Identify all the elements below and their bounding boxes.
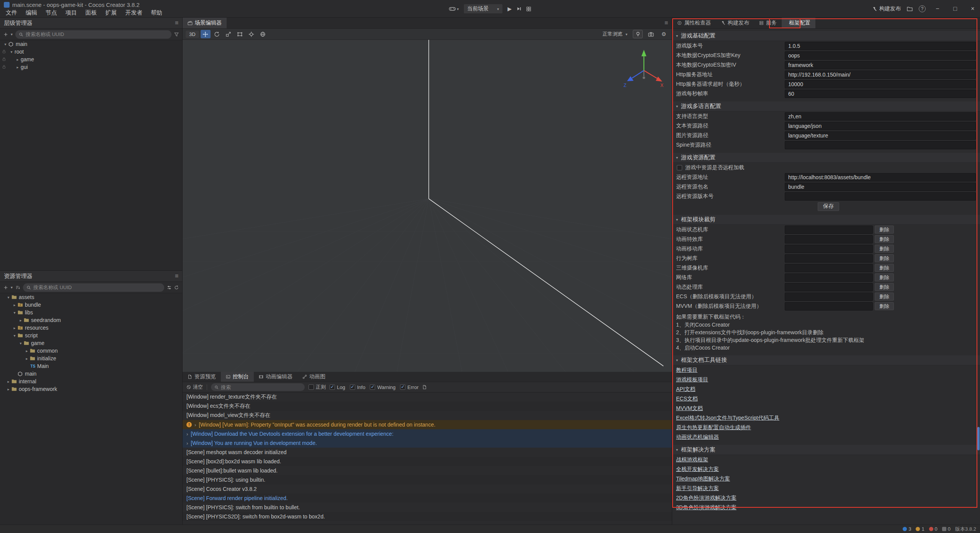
expand-chevron[interactable]: ▾ [2, 42, 8, 46]
console-tab[interactable]: 动画编辑器 [254, 372, 297, 382]
log-row[interactable]: [Scene] Forward render pipeline initiali… [183, 494, 672, 503]
expand-chevron[interactable]: ▸ [5, 379, 11, 384]
regex-checkbox[interactable] [309, 384, 314, 390]
expand-chevron[interactable]: ▾ [11, 334, 18, 338]
section-header-basic[interactable]: ▾ 游戏基础配置 [672, 31, 980, 41]
log-expand-chevron[interactable]: › [186, 431, 188, 437]
error-count[interactable]: 0 [929, 526, 938, 532]
pivot-tool-button[interactable] [247, 30, 256, 38]
field-input[interactable] [785, 131, 976, 140]
expand-chevron[interactable]: ▸ [5, 387, 11, 391]
field-input[interactable] [785, 173, 976, 181]
export-log-button[interactable] [422, 385, 427, 389]
solution-link[interactable]: Tiledmap地图解决方案 [676, 476, 730, 482]
asset-node-row[interactable]: main [0, 370, 182, 378]
log-count[interactable]: 3 [903, 526, 911, 532]
menu-item[interactable]: 面板 [81, 8, 101, 17]
scene-select[interactable]: 当前场景 ▾ [464, 4, 503, 14]
solution-link[interactable]: 战棋游戏框架 [676, 456, 708, 463]
filter-checkbox[interactable] [350, 384, 355, 390]
module-input[interactable] [785, 264, 873, 272]
hierarchy-node-row[interactable]: ▾ root [0, 48, 182, 56]
section-header-docs[interactable]: ▾ 框架文档工具链接 [672, 355, 980, 365]
log-row[interactable]: [Scene] [PHYSICS]: switch from builtin t… [183, 503, 672, 512]
world-space-toggle[interactable] [258, 30, 268, 38]
inspector-tab[interactable]: 框架配置 [782, 18, 815, 28]
assets-search[interactable] [23, 283, 164, 292]
expand-chevron[interactable]: ▸ [24, 356, 30, 361]
log-row[interactable]: [Scene] [PHYSICS2D]: switch from box2d-w… [183, 512, 672, 521]
lock-icon[interactable] [2, 65, 6, 69]
solution-link[interactable]: 全栈开发解决方案 [676, 466, 719, 473]
move-tool-button[interactable] [201, 30, 211, 38]
field-input[interactable] [785, 80, 976, 88]
lock-icon[interactable] [2, 49, 6, 54]
help-button[interactable]: ? [919, 5, 926, 12]
inspector-tab[interactable]: 服务 [754, 18, 782, 28]
delete-button[interactable]: 删除 [875, 264, 894, 272]
console-search[interactable] [211, 383, 305, 391]
solution-link[interactable]: 2D角色扮演游戏解决方案 [676, 495, 737, 502]
asset-node-row[interactable]: ▸ bundle [0, 301, 182, 309]
scene-viewport-canvas[interactable]: X Z [183, 40, 672, 372]
hierarchy-node-row[interactable]: ▾ main [0, 40, 182, 48]
module-input[interactable] [785, 293, 873, 301]
expand-chevron[interactable]: ▸ [24, 349, 30, 353]
expand-chevron[interactable]: ▾ [5, 295, 11, 299]
asset-node-row[interactable]: ▾ script [0, 332, 182, 339]
delete-button[interactable]: 删除 [875, 254, 894, 262]
save-button[interactable]: 保存 [818, 202, 839, 211]
sort-assets-button[interactable] [15, 285, 20, 290]
log-row[interactable]: › [Window] You are running Vue in develo… [183, 438, 672, 448]
regex-toggle[interactable]: 正则 [309, 384, 326, 391]
doc-link[interactable]: Excel格式转Json文件与TypeScript代码工具 [676, 415, 779, 422]
scene-light-toggle[interactable] [633, 30, 643, 38]
console-tab[interactable]: 控制台 [221, 372, 254, 382]
module-input[interactable] [785, 283, 873, 291]
menu-item[interactable]: 节点 [41, 8, 61, 17]
delete-button[interactable]: 删除 [875, 273, 894, 281]
assets-search-input[interactable] [33, 284, 161, 290]
asset-node-row[interactable]: ▸ initialize [0, 355, 182, 362]
delete-button[interactable]: 删除 [875, 235, 894, 243]
field-input[interactable] [785, 141, 976, 149]
expand-chevron[interactable]: ▸ [15, 57, 21, 62]
inspector-scrollbar-thumb[interactable] [977, 427, 980, 450]
section-header-solutions[interactable]: ▾ 框架解决方案 [672, 445, 980, 455]
console-search-input[interactable] [221, 384, 301, 390]
expand-chevron[interactable]: ▸ [18, 318, 24, 322]
module-input[interactable] [785, 302, 873, 311]
scale-tool-button[interactable] [224, 30, 234, 38]
assets-filter-button[interactable] [167, 285, 172, 290]
view-mode-select[interactable]: 正常浏览 ▾ [600, 31, 630, 38]
expand-chevron[interactable]: ▾ [18, 341, 24, 345]
lock-icon[interactable] [2, 57, 6, 61]
filter-checkbox[interactable] [330, 384, 335, 390]
log-expand-chevron[interactable]: › [194, 422, 196, 428]
scene-settings-button[interactable]: ⚙ [659, 30, 669, 38]
console-tab[interactable]: 动画图 [297, 372, 330, 382]
clear-console-button[interactable]: 清空 [186, 384, 203, 391]
module-input[interactable] [785, 254, 873, 263]
delete-button[interactable]: 删除 [875, 226, 894, 234]
menu-item[interactable]: 项目 [61, 8, 81, 17]
log-filter[interactable]: Error [400, 384, 418, 390]
delete-button[interactable]: 删除 [875, 302, 894, 310]
section-header-resources[interactable]: ▾ 游戏资源配置 [672, 153, 980, 163]
field-input[interactable] [785, 122, 976, 130]
asset-node-row[interactable]: ▸ seedrandom [0, 316, 182, 324]
log-row[interactable]: ! › [Window] [Vue warn]: Property "onInp… [183, 420, 672, 429]
log-expand-chevron[interactable]: › [186, 440, 188, 446]
remote-load-checkbox[interactable] [677, 165, 682, 170]
doc-link[interactable]: 原生包热更新配置自动生成插件 [676, 424, 751, 431]
expand-chevron[interactable]: ▸ [15, 65, 21, 69]
field-input[interactable] [785, 112, 976, 121]
delete-button[interactable]: 删除 [875, 293, 894, 301]
doc-link[interactable]: API文档 [676, 386, 696, 393]
filter-checkbox[interactable] [370, 384, 375, 390]
panel-menu-icon[interactable]: ≡ [175, 20, 178, 26]
module-input[interactable] [785, 273, 873, 282]
hierarchy-search-input[interactable] [26, 31, 168, 37]
asset-node-row[interactable]: ▸ resources [0, 324, 182, 332]
asset-node-row[interactable]: TS Main [0, 362, 182, 370]
